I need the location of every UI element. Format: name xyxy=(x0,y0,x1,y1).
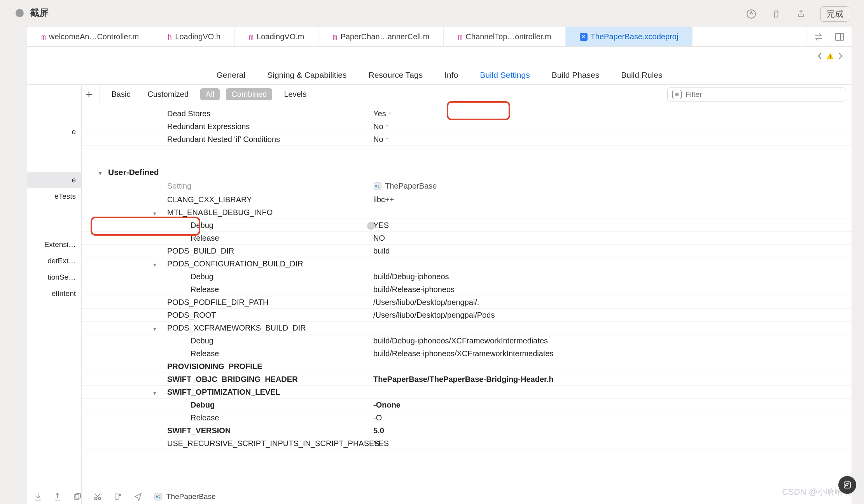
segment-build-phases[interactable]: Build Phases xyxy=(549,68,603,82)
send-icon[interactable] xyxy=(134,492,142,501)
trash-icon[interactable] xyxy=(771,9,782,19)
filter-scope-icon[interactable] xyxy=(672,90,682,99)
target-item[interactable]: tionSe… xyxy=(27,269,81,285)
tabs-right-controls xyxy=(806,27,852,46)
setting-value[interactable]: YES xyxy=(373,439,389,448)
chevron-down-icon[interactable]: ▾ xyxy=(153,326,156,332)
setting-row[interactable]: Redundant ExpressionsNo⌃ xyxy=(82,120,852,133)
tab-project-file[interactable]: ✕ThePaperBase.xcodeproj xyxy=(566,27,693,46)
setting-value[interactable]: build/Release-iphoneos xyxy=(373,285,455,294)
setting-row[interactable]: Debugbuild/Debug-iphoneos xyxy=(82,270,852,283)
setting-value[interactable]: build/Release-iphoneos/XCFrameworkInterm… xyxy=(373,349,554,358)
tab-welcome-controller[interactable]: mwelcomeAn…Controller.m xyxy=(27,27,153,46)
tab-paperchannel[interactable]: mPaperChan…annerCell.m xyxy=(318,27,444,46)
sidebar-toggle-icon[interactable] xyxy=(834,33,845,41)
setting-value[interactable]: No⌃ xyxy=(373,135,390,144)
segment-resource-tags[interactable]: Resource Tags xyxy=(366,68,426,82)
setting-row[interactable]: SWIFT_OBJC_BRIDGING_HEADERThePaperBase/T… xyxy=(82,373,852,386)
setting-row[interactable]: USE_RECURSIVE_SCRIPT_INPUTS_IN_SCRIPT_PH… xyxy=(82,437,852,450)
chevron-down-icon[interactable]: ▾ xyxy=(153,390,156,397)
tab-loadingvo-m[interactable]: mLoadingVO.m xyxy=(235,27,318,46)
filter-basic[interactable]: Basic xyxy=(106,88,136,100)
upload-icon[interactable] xyxy=(54,492,61,501)
settings-scroll[interactable]: Dead StoresYes⌃Redundant ExpressionsNo⌃R… xyxy=(82,104,852,504)
stack-icon[interactable] xyxy=(73,492,82,501)
download-icon[interactable] xyxy=(34,492,42,501)
filter-customized[interactable]: Customized xyxy=(142,88,194,100)
setting-row[interactable]: Debugbuild/Debug-iphoneos/XCFrameworkInt… xyxy=(82,334,852,347)
section-user-defined[interactable]: ▾ User-Defined xyxy=(82,165,852,179)
switch-arrows-icon[interactable] xyxy=(813,33,824,41)
nav-back-icon[interactable] xyxy=(816,52,824,60)
setting-value[interactable]: /Users/liubo/Desktop/pengpai/. xyxy=(373,298,479,307)
chevron-down-icon[interactable]: ▾ xyxy=(153,210,156,217)
setting-row[interactable]: DebugYES xyxy=(82,219,852,232)
target-item[interactable]: e xyxy=(27,172,81,188)
setting-value[interactable]: NO xyxy=(373,234,385,243)
filter-all[interactable]: All xyxy=(200,88,220,100)
remove-icon[interactable]: − xyxy=(367,222,375,230)
setting-row[interactable]: Releasebuild/Release-iphoneos/XCFramewor… xyxy=(82,347,852,360)
setting-value[interactable]: YES xyxy=(373,221,389,230)
setting-value[interactable]: ThePaperBase/ThePaperBase-Bridging-Heade… xyxy=(373,375,553,384)
setting-value[interactable]: 5.0 xyxy=(373,426,384,435)
target-item[interactable]: eTests xyxy=(27,188,81,205)
help-icon[interactable] xyxy=(746,9,757,19)
target-item[interactable]: detExt… xyxy=(27,253,81,269)
crop-icon[interactable] xyxy=(114,492,122,501)
setting-row[interactable]: PODS_BUILD_DIRbuild xyxy=(82,245,852,257)
target-item[interactable]: e xyxy=(27,124,81,140)
setting-row[interactable]: ReleaseNO xyxy=(82,232,852,245)
filter-input[interactable] xyxy=(686,90,841,99)
setting-row[interactable]: PODS_CONFIGURATION_BUILD_DIR xyxy=(82,257,852,270)
share-icon[interactable] xyxy=(796,9,806,19)
setting-value[interactable]: -O xyxy=(373,413,382,422)
chevron-down-icon[interactable]: ▾ xyxy=(153,261,156,268)
setting-row[interactable]: PODS_ROOT/Users/liubo/Desktop/pengpai/Po… xyxy=(82,309,852,322)
breadcrumb[interactable]: ThePaperBase xyxy=(154,492,216,501)
cut-icon[interactable] xyxy=(93,492,102,501)
setting-row[interactable]: SWIFT_OPTIMIZATION_LEVEL xyxy=(82,386,852,399)
setting-row[interactable]: Redundant Nested 'if' ConditionsNo⌃ xyxy=(82,133,852,146)
fab-button[interactable] xyxy=(838,476,856,494)
setting-row[interactable]: MTL_ENABLE_DEBUG_INFO xyxy=(82,206,852,219)
setting-key: Redundant Expressions xyxy=(167,122,373,131)
setting-row[interactable]: Releasebuild/Release-iphoneos xyxy=(82,283,852,296)
setting-row[interactable]: Dead StoresYes⌃ xyxy=(82,107,852,120)
setting-key: Release xyxy=(191,349,373,358)
setting-value[interactable]: -Onone xyxy=(373,401,401,410)
setting-value[interactable]: build/Debug-iphoneos/XCFrameworkIntermed… xyxy=(373,336,548,345)
warning-icon[interactable] xyxy=(826,52,834,60)
target-item[interactable]: elIntent xyxy=(27,285,81,302)
setting-row[interactable]: CLANG_CXX_LIBRARYlibc++ xyxy=(82,193,852,206)
segment-signing[interactable]: Signing & Capabilities xyxy=(264,68,350,82)
segment-build-settings[interactable]: Build Settings xyxy=(477,68,533,82)
segment-general[interactable]: General xyxy=(213,68,249,82)
setting-value[interactable]: No⌃ xyxy=(373,122,390,131)
setting-value[interactable]: build/Debug-iphoneos xyxy=(373,272,449,281)
setting-row[interactable]: Debug-Onone xyxy=(82,399,852,411)
segment-build-rules[interactable]: Build Rules xyxy=(618,68,665,82)
setting-row[interactable]: PROVISIONING_PROFILE xyxy=(82,360,852,373)
nav-forward-icon[interactable] xyxy=(836,52,845,60)
setting-value[interactable]: libc++ xyxy=(373,195,394,204)
segment-info[interactable]: Info xyxy=(441,68,461,82)
add-button[interactable]: + xyxy=(82,85,100,104)
setting-row[interactable]: SWIFT_VERSION5.0 xyxy=(82,424,852,437)
setting-key: SWIFT_OBJC_BRIDGING_HEADER xyxy=(167,375,373,384)
setting-row[interactable]: Release-O xyxy=(82,411,852,424)
close-icon[interactable] xyxy=(16,9,24,17)
file-m-icon: m xyxy=(332,32,337,42)
target-item[interactable]: Extensi… xyxy=(27,236,81,253)
setting-value[interactable]: /Users/liubo/Desktop/pengpai/Pods xyxy=(373,311,495,320)
setting-value[interactable]: Yes⌃ xyxy=(373,109,392,118)
filter-combined[interactable]: Combined xyxy=(226,88,272,100)
setting-row[interactable]: PODS_PODFILE_DIR_PATH/Users/liubo/Deskto… xyxy=(82,296,852,309)
tab-loadingvo-h[interactable]: hLoadingVO.h xyxy=(153,27,235,46)
done-button[interactable]: 完成 xyxy=(820,6,849,22)
filter-levels[interactable]: Levels xyxy=(278,88,312,100)
setting-row[interactable]: PODS_XCFRAMEWORKS_BUILD_DIR xyxy=(82,322,852,334)
filter-search[interactable] xyxy=(667,88,846,102)
setting-value[interactable]: build xyxy=(373,247,390,256)
tab-channeltop[interactable]: mChannelTop…ontroller.m xyxy=(444,27,565,46)
